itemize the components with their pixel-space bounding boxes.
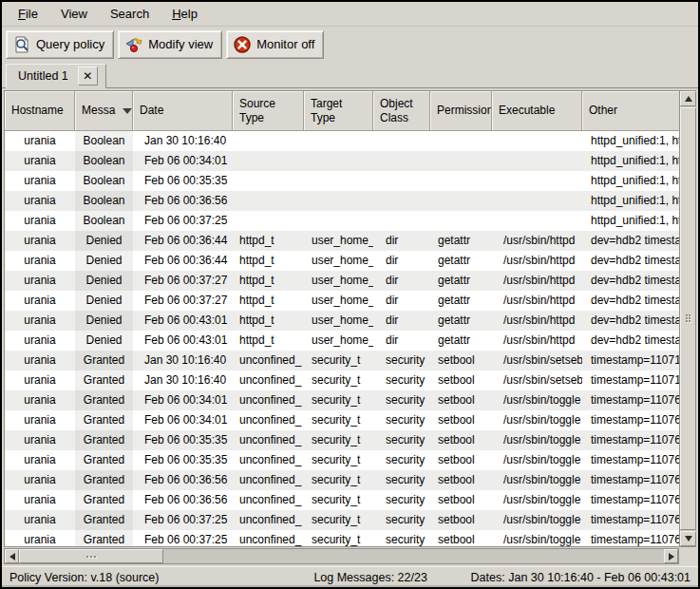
table-row[interactable]: uraniaGrantedFeb 06 00:36:56unconfined_s… — [5, 470, 679, 490]
table-row[interactable]: uraniaGrantedFeb 06 00:36:56unconfined_s… — [5, 490, 679, 510]
table-row[interactable]: uraniaDeniedFeb 06 00:36:44httpd_tuser_h… — [5, 231, 679, 251]
monitor-off-button[interactable]: Monitor off — [226, 30, 324, 59]
scroll-down-button[interactable] — [680, 531, 696, 546]
cell-object-class: security — [373, 490, 430, 510]
column-header-other[interactable]: Other — [582, 91, 679, 131]
table-row[interactable]: uraniaGrantedFeb 06 00:34:01unconfined_s… — [5, 410, 679, 430]
cell-date: Feb 06 00:36:56 — [133, 470, 233, 490]
column-header-target-type[interactable]: Target Type — [304, 91, 373, 131]
cell-messa: Denied — [75, 231, 133, 251]
cell-object-class: security — [373, 470, 430, 490]
cell-date: Feb 06 00:35:35 — [133, 450, 233, 470]
table-row[interactable]: uraniaGrantedFeb 06 00:37:25unconfined_s… — [5, 510, 679, 530]
cell-date: Jan 30 10:16:40 — [133, 351, 233, 370]
modify-view-button[interactable]: Modify view — [118, 30, 222, 59]
column-header-date[interactable]: Date — [133, 91, 233, 131]
cell-messa: Granted — [75, 470, 133, 490]
scroll-right-button[interactable] — [664, 549, 678, 563]
cell-source-type: unconfined_ — [233, 530, 304, 546]
cell-executable — [492, 151, 582, 171]
cell-date: Jan 30 10:16:40 — [133, 370, 233, 390]
cell-target-type: security_t — [304, 351, 373, 370]
menu-help[interactable]: Help — [161, 4, 208, 24]
table-row[interactable]: uraniaDeniedFeb 06 00:43:01httpd_tuser_h… — [5, 311, 679, 331]
column-header-label: Target Type — [311, 97, 369, 125]
table-row[interactable]: uraniaDeniedFeb 06 00:36:44httpd_tuser_h… — [5, 251, 679, 271]
cell-executable: /usr/sbin/httpd — [492, 311, 582, 331]
cell-executable: /usr/sbin/toggle — [492, 390, 582, 410]
cell-target-type — [304, 131, 373, 151]
cell-source-type: unconfined_ — [233, 470, 304, 490]
table-row[interactable]: uraniaBooleanFeb 06 00:37:25httpd_unifie… — [5, 211, 679, 231]
tab-label: Untitled 1 — [18, 69, 68, 83]
menu-view[interactable]: View — [50, 4, 98, 24]
column-header-message[interactable]: Messa — [75, 91, 133, 131]
cell-source-type — [233, 171, 304, 191]
table-row[interactable]: uraniaBooleanFeb 06 00:34:01httpd_unifie… — [5, 151, 679, 171]
cell-other: timestamp=11071 — [582, 370, 679, 390]
table-row[interactable]: uraniaGrantedFeb 06 00:35:35unconfined_s… — [5, 430, 679, 450]
cell-other: dev=hdb2 timestam — [582, 291, 679, 311]
cell-other: timestamp=11076 — [582, 530, 679, 546]
table-row[interactable]: uraniaBooleanJan 30 10:16:40httpd_unifie… — [5, 131, 679, 151]
table-row[interactable]: uraniaBooleanFeb 06 00:36:56httpd_unifie… — [5, 191, 679, 211]
vertical-scrollbar-trough[interactable] — [680, 106, 696, 531]
cell-source-type: httpd_t — [233, 331, 304, 351]
cell-object-class: dir — [373, 251, 430, 271]
scroll-up-button[interactable] — [680, 91, 696, 106]
left-arrow-icon — [9, 553, 15, 560]
tab-untitled-1[interactable]: Untitled 1 ✕ — [6, 64, 106, 88]
cell-hostname: urania — [5, 490, 75, 510]
cell-target-type: security_t — [304, 510, 373, 530]
table-row[interactable]: uraniaDeniedFeb 06 00:37:27httpd_tuser_h… — [5, 291, 679, 311]
table-row[interactable]: uraniaDeniedFeb 06 00:43:01httpd_tuser_h… — [5, 331, 679, 351]
menu-search[interactable]: Search — [100, 4, 160, 24]
vertical-scrollbar-thumb[interactable] — [680, 107, 696, 530]
table-row[interactable]: uraniaDeniedFeb 06 00:37:27httpd_tuser_h… — [5, 271, 679, 291]
cell-other: dev=hdb2 timestam — [582, 231, 679, 251]
monitor-off-label: Monitor off — [256, 37, 314, 51]
tabbar: Untitled 1 ✕ — [2, 62, 698, 87]
cell-other: httpd_unified:1, ht — [582, 151, 679, 171]
column-header-source-type[interactable]: Source Type — [233, 91, 304, 131]
table-row[interactable]: uraniaGrantedJan 30 10:16:40unconfined_s… — [5, 351, 679, 370]
cell-permission — [430, 171, 492, 191]
column-header-hostname[interactable]: Hostname — [5, 91, 75, 131]
horizontal-scrollbar-thumb[interactable] — [19, 549, 163, 563]
table-row[interactable]: uraniaGrantedFeb 06 00:35:35unconfined_s… — [5, 450, 679, 470]
tab-close-button[interactable]: ✕ — [78, 66, 98, 86]
table-row[interactable]: uraniaGrantedFeb 06 00:37:25unconfined_s… — [5, 530, 679, 546]
horizontal-scrollbar-trough[interactable] — [19, 549, 664, 563]
cell-object-class: security — [373, 430, 430, 450]
cell-other: dev=hdb2 timestam — [582, 251, 679, 271]
cell-source-type: unconfined_ — [233, 351, 304, 370]
cell-hostname: urania — [5, 151, 75, 171]
cell-other: timestamp=11076 — [582, 430, 679, 450]
column-header-object-class[interactable]: Object Class — [373, 91, 430, 131]
cell-source-type: httpd_t — [233, 271, 304, 291]
cell-date: Feb 06 00:36:56 — [133, 191, 233, 211]
cell-target-type: user_home_ — [304, 271, 373, 291]
cell-permission — [430, 211, 492, 231]
menu-file[interactable]: File — [8, 4, 48, 24]
table-row[interactable]: uraniaBooleanFeb 06 00:35:35httpd_unifie… — [5, 171, 679, 191]
table-row[interactable]: uraniaGrantedJan 30 10:16:40unconfined_s… — [5, 370, 679, 390]
table-header-row: Hostname Messa Date Source Type Target T… — [5, 91, 679, 131]
cell-hostname: urania — [5, 271, 75, 291]
cell-executable: /usr/sbin/httpd — [492, 251, 582, 271]
cell-hostname: urania — [5, 530, 75, 546]
vertical-scrollbar[interactable] — [679, 91, 696, 546]
toolbar: Query policy Modify view Monitor off — [2, 27, 698, 62]
column-header-permission[interactable]: Permission — [430, 91, 492, 131]
cell-executable: /usr/sbin/toggle — [492, 410, 582, 430]
cell-hostname: urania — [5, 410, 75, 430]
horizontal-scrollbar[interactable] — [4, 548, 679, 564]
query-policy-button[interactable]: Query policy — [6, 30, 114, 59]
cell-other: timestamp=11076 — [582, 470, 679, 490]
cell-executable: /usr/sbin/toggle — [492, 530, 582, 546]
table-row[interactable]: uraniaGrantedFeb 06 00:34:01unconfined_s… — [5, 390, 679, 410]
scroll-left-button[interactable] — [5, 549, 19, 563]
cell-target-type: user_home_ — [304, 311, 373, 331]
cell-messa: Boolean — [75, 191, 133, 211]
column-header-executable[interactable]: Executable — [492, 91, 582, 131]
